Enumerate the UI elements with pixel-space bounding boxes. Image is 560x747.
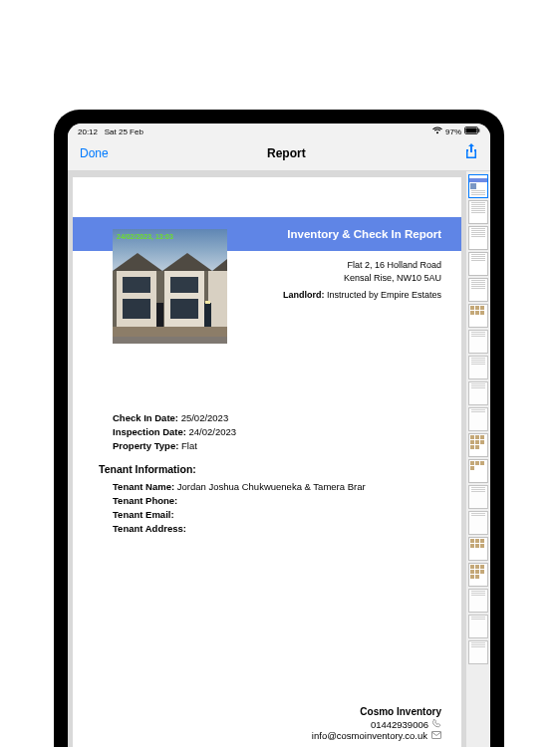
svg-rect-2 <box>478 128 479 131</box>
battery-icon <box>464 126 480 136</box>
screen: 20:12 Sat 25 Feb 97% Done Report <box>68 124 490 747</box>
document-page: Inventory & Check In Report <box>73 177 461 747</box>
company-name: Cosmo Inventory <box>312 706 441 717</box>
thumbnail-page[interactable] <box>468 640 488 664</box>
page-title: Report <box>267 146 306 160</box>
nav-bar: Done Report <box>68 137 490 171</box>
document-viewport[interactable]: Inventory & Check In Report <box>68 171 466 747</box>
thumbnail-page[interactable] <box>468 278 488 302</box>
property-photo: 24/02/2023, 13:03 <box>113 229 227 344</box>
checkin-value: 25/02/2023 <box>181 412 229 423</box>
landlord-label: Landlord: <box>283 290 325 300</box>
status-bar: 20:12 Sat 25 Feb 97% <box>68 124 490 137</box>
address-block: Flat 2, 16 Holland Road Kensal Rise, NW1… <box>283 259 441 302</box>
svg-rect-20 <box>432 732 441 739</box>
address-line1: Flat 2, 16 Holland Road <box>283 259 441 272</box>
mail-icon <box>431 730 441 741</box>
company-phone: 01442939006 <box>371 719 428 730</box>
svg-rect-19 <box>113 337 227 344</box>
proptype-value: Flat <box>181 440 197 451</box>
status-time: 20:12 <box>78 127 98 136</box>
tenant-name-label: Tenant Name: <box>113 481 174 492</box>
svg-rect-18 <box>113 327 227 337</box>
thumbnail-page[interactable] <box>468 174 488 198</box>
share-icon <box>464 143 478 159</box>
content-area: Inventory & Check In Report <box>68 171 490 747</box>
thumbnail-page[interactable] <box>468 615 488 638</box>
inspection-value: 24/02/2023 <box>189 426 237 437</box>
thumbnail-page[interactable] <box>468 304 488 328</box>
banner-title: Inventory & Check In Report <box>287 228 441 240</box>
thumbnail-page[interactable] <box>468 252 488 276</box>
thumbnail-page[interactable] <box>468 381 488 405</box>
inspection-label: Inspection Date: <box>113 426 186 437</box>
svg-rect-11 <box>123 277 150 293</box>
details-block: Check In Date: 25/02/2023 Inspection Dat… <box>113 412 441 537</box>
page-thumbnail-strip[interactable] <box>466 171 490 747</box>
address-line2: Kensal Rise, NW10 5AU <box>283 272 441 285</box>
thumbnail-page[interactable] <box>468 485 488 509</box>
footer-block: Cosmo Inventory 01442939006 info@cosmoin… <box>312 706 441 741</box>
checkin-label: Check In Date: <box>113 412 178 423</box>
company-email: info@cosmoinventory.co.uk <box>312 730 427 741</box>
thumbnail-page[interactable] <box>468 356 488 379</box>
tenant-addr-label: Tenant Address: <box>113 523 186 534</box>
thumbnail-page[interactable] <box>468 226 488 250</box>
thumbnail-page[interactable] <box>468 407 488 431</box>
svg-rect-12 <box>170 277 198 293</box>
battery-pct: 97% <box>445 127 461 136</box>
svg-rect-15 <box>156 303 163 327</box>
phone-icon <box>432 719 441 730</box>
share-button[interactable] <box>464 143 478 163</box>
status-date: Sat 25 Feb <box>105 127 143 136</box>
landlord-value: Instructed by Empire Estates <box>327 290 441 300</box>
done-button[interactable]: Done <box>80 146 109 160</box>
thumbnail-page[interactable] <box>468 537 488 561</box>
proptype-label: Property Type: <box>113 440 178 451</box>
thumbnail-page[interactable] <box>468 200 488 224</box>
thumbnail-page[interactable] <box>468 589 488 613</box>
thumbnail-page[interactable] <box>468 563 488 587</box>
svg-rect-16 <box>204 303 211 327</box>
ipad-frame: 20:12 Sat 25 Feb 97% Done Report <box>54 110 504 747</box>
thumbnail-page[interactable] <box>468 330 488 354</box>
svg-rect-14 <box>170 299 198 319</box>
tenant-name-value: Jordan Joshua Chukwueneka & Tamera Brar <box>177 481 366 492</box>
thumbnail-page[interactable] <box>468 433 488 457</box>
svg-rect-17 <box>205 301 210 304</box>
tenant-section-title: Tenant Information: <box>99 463 441 475</box>
photo-timestamp: 24/02/2023, 13:03 <box>117 233 173 240</box>
svg-rect-1 <box>465 127 476 132</box>
thumbnail-page[interactable] <box>468 511 488 535</box>
tenant-phone-label: Tenant Phone: <box>113 495 177 506</box>
svg-rect-13 <box>123 299 150 319</box>
thumbnail-page[interactable] <box>468 459 488 483</box>
wifi-icon <box>432 126 442 136</box>
tenant-email-label: Tenant Email: <box>113 509 174 520</box>
